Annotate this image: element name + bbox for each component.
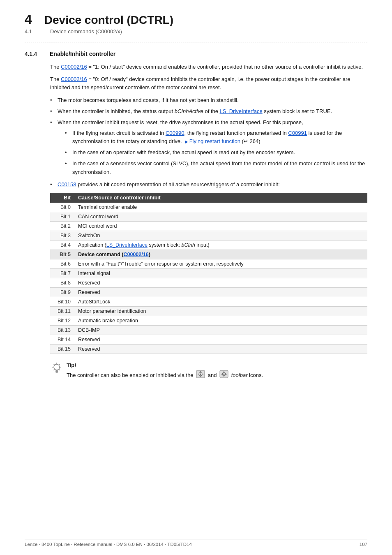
tip-content: Tip! The controller can also be enabled … xyxy=(67,362,367,381)
table-row: Bit 3 SwitchOn xyxy=(50,231,367,240)
table-row: Bit 4 Application (LS_DriveInterface sys… xyxy=(50,240,367,250)
link-c00002-16-p2[interactable]: C00002/16 xyxy=(61,76,87,82)
cause-cell: Error with a "Fault"/"Trouble" error res… xyxy=(75,259,367,268)
cause-cell: Reserved xyxy=(75,335,367,344)
bit-cell: Bit 14 xyxy=(50,335,75,344)
bullet-3-text: When the controller inhibit request is r… xyxy=(58,119,303,125)
table-row: Bit 1 CAN control word xyxy=(50,212,367,221)
bullet-3: When the controller inhibit request is r… xyxy=(50,118,367,176)
footer-right: 107 xyxy=(360,542,367,547)
cause-cell: Automatic brake operation xyxy=(75,316,367,325)
main-bullet-list: The motor becomes torqueless and coasts,… xyxy=(50,96,367,189)
header-title-row: 4 Device control (DCTRL) xyxy=(25,12,367,27)
page-container: 4 Device control (DCTRL) 4.1 Device comm… xyxy=(0,0,392,555)
cause-cell: Reserved xyxy=(75,287,367,297)
bullet-4: C00158 provides a bit coded representati… xyxy=(50,180,367,189)
cause-cell: Device command (C00002/16) xyxy=(75,250,367,259)
svg-line-7 xyxy=(59,369,60,370)
table-row: Bit 9 Reserved xyxy=(50,287,367,297)
table-row: Bit 7 Internal signal xyxy=(50,268,367,278)
bit-cell: Bit 12 xyxy=(50,316,75,325)
col-cause: Cause/Source of controller inhibit xyxy=(75,193,367,203)
tip-icon xyxy=(50,361,63,377)
bit-cell: Bit 11 xyxy=(50,306,75,316)
link-flying-restart[interactable]: Flying restart function xyxy=(185,138,240,144)
svg-line-6 xyxy=(54,364,55,365)
toolbar-text: toolbar xyxy=(231,372,248,378)
cause-cell: Motor parameter identification xyxy=(75,306,367,316)
bit-cell: Bit 7 xyxy=(50,268,75,278)
cause-cell: Reserved xyxy=(75,344,367,354)
link-ls-driveinterface-table[interactable]: LS_DriveInterface xyxy=(106,242,148,248)
header-section: 4 Device control (DCTRL) 4.1 Device comm… xyxy=(25,12,367,35)
table-row: Bit 13 DCB-IMP xyxy=(50,325,367,335)
cause-cell: Internal signal xyxy=(75,268,367,278)
link-ls-driveinterface-b2[interactable]: LS_DriveInterface xyxy=(220,108,263,114)
table-row: Bit 8 Reserved xyxy=(50,278,367,287)
cause-cell: SwitchOn xyxy=(75,231,367,240)
cause-cell: Terminal controller enable xyxy=(75,203,367,212)
cause-cell: DCB-IMP xyxy=(75,325,367,335)
tip-text: The controller can also be enabled or in… xyxy=(67,370,367,381)
table-row: Bit 14 Reserved xyxy=(50,335,367,344)
bit-cell: Bit 3 xyxy=(50,231,75,240)
tip-label: Tip! xyxy=(67,362,367,368)
bit-cell: Bit 4 xyxy=(50,240,75,250)
page-footer: Lenze · 8400 TopLine · Reference manual … xyxy=(25,539,367,547)
table-row: Bit 6 Error with a "Fault"/"Trouble" err… xyxy=(50,259,367,268)
bit-cell: Bit 0 xyxy=(50,203,75,212)
link-c00990[interactable]: C00990 xyxy=(166,130,184,136)
bullet-2: When the controller is inhibited, the st… xyxy=(50,107,367,116)
controller-inhibit-table: Bit Cause/Source of controller inhibit B… xyxy=(50,193,367,354)
cause-cell: CAN control word xyxy=(75,212,367,221)
chapter-title: Device control (DCTRL) xyxy=(44,14,173,27)
toolbar-icon-1 xyxy=(196,370,205,381)
table-row: Bit 12 Automatic brake operation xyxy=(50,316,367,325)
table-row-highlight: Bit 5 Device command (C00002/16) xyxy=(50,250,367,259)
toolbar-icon-2 xyxy=(219,370,228,381)
cause-cell: MCI control word xyxy=(75,221,367,231)
tip-box: Tip! The controller can also be enabled … xyxy=(50,362,367,381)
svg-point-13 xyxy=(200,373,201,375)
section-title: Enable/Inhibit controller xyxy=(50,51,115,57)
link-c00002-16-table[interactable]: C00002/16 xyxy=(123,252,148,257)
cause-cell: Reserved xyxy=(75,278,367,287)
section-number: 4.1.4 xyxy=(25,51,43,57)
link-c00002-16-p1[interactable]: C00002/16 xyxy=(61,64,87,70)
bit-cell: Bit 15 xyxy=(50,344,75,354)
bullet-1: The motor becomes torqueless and coasts,… xyxy=(50,96,367,104)
svg-line-9 xyxy=(54,369,55,370)
paragraph-1: The C00002/16 = "1: On / start" device c… xyxy=(50,63,367,71)
cause-cell: Application (LS_DriveInterface system bl… xyxy=(75,240,367,250)
paragraph-2: The C00002/16 = "0: Off / ready" device … xyxy=(50,75,367,92)
svg-line-8 xyxy=(59,364,60,365)
sub-text: Device commands (C00002/x) xyxy=(50,28,122,35)
table-header-row: Bit Cause/Source of controller inhibit xyxy=(50,193,367,203)
bit-cell: Bit 13 xyxy=(50,325,75,335)
table-row: Bit 2 MCI control word xyxy=(50,221,367,231)
section-divider xyxy=(25,42,367,42)
bit-cell: Bit 6 xyxy=(50,259,75,268)
col-bit: Bit xyxy=(50,193,75,203)
sub-bullet-3: In the case of a sensorless vector contr… xyxy=(65,160,367,176)
footer-left: Lenze · 8400 TopLine · Reference manual … xyxy=(25,542,192,547)
chapter-number: 4 xyxy=(25,12,32,27)
cause-cell: AutoStartLock xyxy=(75,297,367,306)
bit-cell: Bit 10 xyxy=(50,297,75,306)
bit-cell: Bit 9 xyxy=(50,287,75,297)
table-row: Bit 10 AutoStartLock xyxy=(50,297,367,306)
bit-cell: Bit 2 xyxy=(50,221,75,231)
bit-cell: Bit 5 xyxy=(50,250,75,259)
sub-num: 4.1 xyxy=(25,28,38,35)
link-c00158[interactable]: C00158 xyxy=(58,181,76,187)
sub-bullet-1: If the flying restart circuit is activat… xyxy=(65,129,367,146)
table-row: Bit 0 Terminal controller enable xyxy=(50,203,367,212)
section-heading: 4.1.4 Enable/Inhibit controller xyxy=(25,51,367,57)
sub-heading-row: 4.1 Device commands (C00002/x) xyxy=(25,28,367,35)
bullet-1-text: The motor becomes torqueless and coasts,… xyxy=(58,97,239,103)
sub-bullet-list: If the flying restart circuit is activat… xyxy=(65,129,367,176)
link-c00991[interactable]: C00991 xyxy=(288,130,307,136)
table-row: Bit 11 Motor parameter identification xyxy=(50,306,367,316)
table-row: Bit 15 Reserved xyxy=(50,344,367,354)
sub-bullet-2: In the case of an operation with feedbac… xyxy=(65,148,367,157)
